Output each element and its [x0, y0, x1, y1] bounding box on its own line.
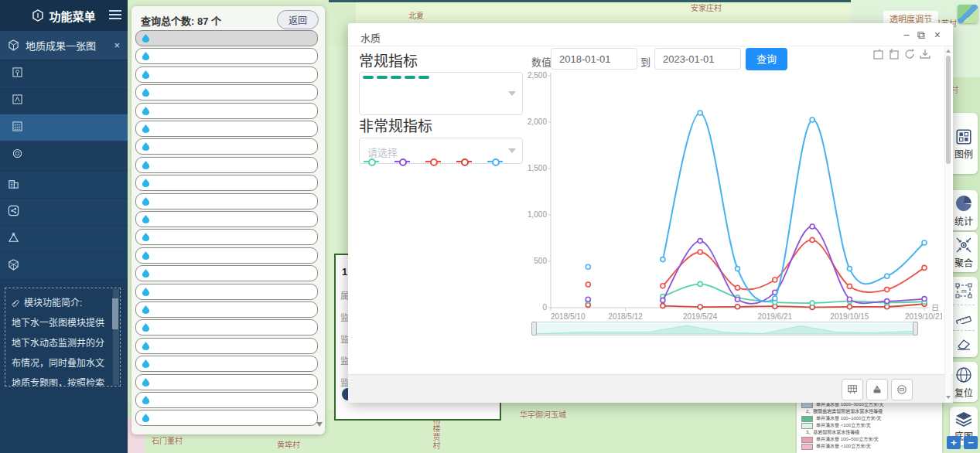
sidebar-item-3[interactable] — [0, 141, 128, 169]
well-list-item[interactable] — [135, 48, 318, 64]
module-info-box: 模块功能简介: 地下水一张图模块提供地下水动态监测井的分布情况，同时叠加水文地质… — [5, 288, 121, 387]
indicator-tag[interactable] — [405, 76, 415, 79]
line-chart[interactable]: 05001,0001,5002,0002,5002018/5/102018/5/… — [524, 68, 942, 331]
well-list-item[interactable] — [135, 157, 318, 173]
legend-item[interactable] — [456, 161, 476, 162]
map-label: 北夏 — [408, 9, 424, 21]
map-label: 安家庄村 — [691, 2, 722, 13]
sidebar: 功能菜单 地质成果一张图 × 模块功能简介: — [0, 0, 128, 453]
restore-icon[interactable] — [903, 48, 916, 60]
section-close-icon[interactable]: × — [114, 39, 120, 51]
measure-distance-button[interactable] — [953, 305, 975, 331]
well-list-item[interactable] — [135, 175, 318, 191]
well-list-item[interactable] — [135, 247, 318, 264]
well-list-item[interactable] — [135, 138, 318, 155]
data-view-icon[interactable] — [842, 379, 863, 400]
legend-button[interactable]: 图例 — [950, 113, 978, 174]
well-list-item[interactable] — [135, 374, 318, 390]
zoom-reset-icon[interactable] — [888, 48, 900, 60]
well-list-item[interactable] — [135, 392, 318, 408]
water-drop-icon — [141, 395, 151, 405]
sidebar-section-2[interactable] — [0, 226, 128, 253]
well-list-item[interactable] — [135, 30, 318, 46]
chevron-down-icon — [508, 91, 516, 96]
well-list-item[interactable] — [135, 193, 318, 209]
indicator-tag[interactable] — [391, 76, 401, 79]
legend-item[interactable] — [394, 161, 415, 162]
scroll-down-icon[interactable] — [946, 396, 951, 399]
sidebar-section-3[interactable] — [0, 253, 128, 280]
map-road-dark — [329, 0, 855, 2]
datazoom-slider[interactable] — [532, 322, 917, 335]
legend-item[interactable] — [487, 161, 507, 162]
datazoom-left-handle[interactable] — [531, 322, 537, 335]
water-quality-modal: 水质 − ⧉ × 常规指标 非常规指标 请选择 — [348, 23, 953, 402]
indicator-tag[interactable] — [418, 76, 429, 79]
hexagon-icon — [32, 9, 44, 22]
well-list-item[interactable] — [135, 121, 318, 137]
sidebar-section-1[interactable] — [0, 199, 128, 226]
water-drop-icon — [141, 377, 151, 387]
legend-item[interactable] — [425, 161, 446, 162]
datazoom-right-handle[interactable] — [913, 322, 918, 335]
print-icon[interactable] — [891, 379, 913, 400]
well-list-item[interactable] — [135, 265, 318, 281]
well-list-item[interactable] — [135, 66, 318, 83]
save-image-icon[interactable] — [866, 379, 888, 400]
select-placeholder: 请选择 — [367, 145, 398, 159]
sidebar-item-0[interactable] — [0, 60, 128, 87]
info-service-icon — [8, 205, 19, 219]
indicator-tag[interactable] — [377, 76, 388, 79]
cluster-button-label: 聚合 — [954, 256, 973, 269]
date-from-input[interactable]: 2018-01-01 — [551, 48, 637, 70]
back-button[interactable]: 返回 — [277, 10, 319, 29]
overview-map-button[interactable] — [958, 5, 978, 23]
download-icon[interactable] — [919, 48, 931, 60]
map-patch — [356, 2, 866, 26]
modal-scrollbar[interactable] — [944, 46, 951, 402]
well-list-item[interactable] — [135, 284, 318, 300]
water-drop-icon — [141, 322, 151, 332]
water-drop-icon — [141, 268, 151, 278]
hamburger-icon[interactable] — [109, 10, 121, 19]
well-list-item[interactable] — [135, 338, 318, 354]
indicator-tag[interactable] — [363, 76, 374, 79]
sidebar-item-2[interactable] — [0, 114, 128, 141]
well-list-item[interactable] — [135, 410, 318, 426]
regular-indicators-multiselect[interactable] — [359, 72, 523, 115]
well-list-item[interactable] — [135, 211, 318, 227]
app-root: 1 属监监监监 功能菜单 地质成果一张图 × — [0, 0, 980, 453]
well-list-item[interactable] — [135, 301, 318, 318]
water-drop-icon — [141, 305, 151, 315]
well-list-item[interactable] — [135, 103, 318, 119]
water-drop-icon — [141, 214, 151, 224]
svg-text:2,500: 2,500 — [528, 71, 547, 80]
close-icon[interactable]: × — [934, 29, 941, 41]
sidebar-section-0[interactable] — [0, 172, 128, 199]
eraser-button[interactable] — [953, 331, 975, 357]
maximize-icon[interactable]: ⧉ — [917, 29, 925, 41]
zoom-in-button[interactable]: + — [947, 436, 961, 449]
query-button[interactable]: 查询 — [746, 48, 787, 70]
date-to-input[interactable]: 2023-01-01 — [654, 48, 741, 70]
scroll-up-icon[interactable] — [946, 49, 951, 53]
cluster-button[interactable]: 聚合 — [950, 232, 978, 272]
statistics-button[interactable]: 统计 — [950, 190, 978, 230]
sidebar-item-1[interactable] — [0, 87, 128, 114]
well-list-item[interactable] — [135, 229, 318, 245]
svg-text:1,500: 1,500 — [528, 164, 547, 172]
sidebar-section-geology-results[interactable]: 地质成果一张图 × — [0, 31, 128, 60]
well-list-item[interactable] — [135, 84, 318, 100]
legend-item[interactable] — [364, 161, 384, 162]
measure-area-button[interactable]: m — [953, 277, 975, 305]
well-list-item[interactable] — [135, 319, 318, 335]
info-scrollbar[interactable] — [113, 289, 119, 385]
minimize-icon[interactable]: − — [903, 29, 910, 41]
list-scroll-down-icon[interactable] — [316, 422, 323, 427]
well-list-item[interactable] — [135, 356, 318, 372]
zoom-out-button[interactable]: − — [964, 436, 978, 449]
box-select-icon[interactable] — [872, 48, 885, 60]
reset-button[interactable]: 复位 — [950, 362, 978, 402]
water-drop-icon — [141, 287, 151, 297]
regular-indicators-heading: 常规指标 — [359, 49, 418, 70]
